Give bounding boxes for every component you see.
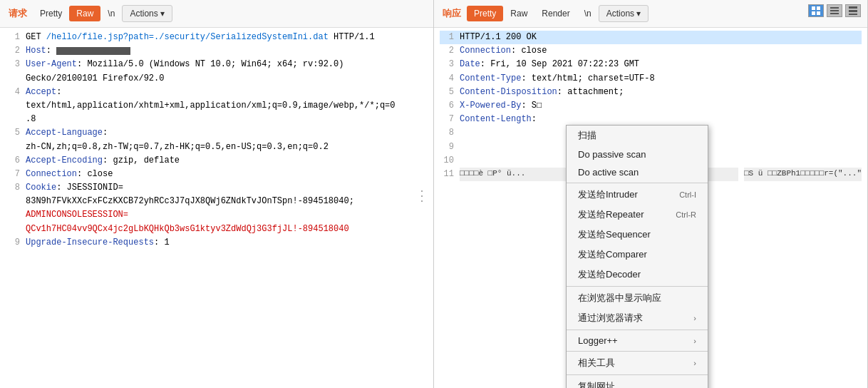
request-line-4c: .8 [6,113,428,126]
tab-request-newline[interactable]: \n [100,6,122,21]
menu-item-active-scan[interactable]: Do active scan [567,163,708,181]
tab-response-newline[interactable]: \n [577,6,599,21]
request-line-5: 5 Accept-Language: [6,126,428,140]
request-line-5b: zh-CN,zh;q=0.8,zh-TW;q=0.7,zh-HK;q=0.5,e… [6,141,428,154]
response-panel-header: 响应 Pretty Raw Render \n Actions ▾ [434,0,867,28]
request-line-7: 7 Connection: close [6,168,428,181]
request-line-8c: ADMINCONSOLESESSION= [6,208,428,222]
tab-request-pretty[interactable]: Pretty [33,6,69,21]
menu-item-browser-request[interactable]: 通过浏览器请求 › [567,308,708,328]
context-menu: 扫描 Do passive scan Do active scan 发送给Int… [566,125,708,388]
menu-item-send-decoder[interactable]: 发送给Decoder [567,265,708,285]
svg-rect-1 [817,6,820,10]
menu-item-copy-url[interactable]: 复制网址 [567,377,708,388]
svg-rect-0 [812,6,815,10]
request-line-6: 6 Accept-Encoding: gzip, deflate [6,154,428,168]
menu-item-related-tools[interactable]: 相关工具 › [567,353,708,373]
request-panel: 请求 Pretty Raw \n Actions ▾ 1 GET /hello/… [0,0,434,388]
request-line-9: 9 Upgrade-Insecure-Requests: 1 [6,236,428,250]
svg-rect-7 [849,6,857,9]
menu-item-send-comparer[interactable]: 发送给Comparer [567,245,708,265]
response-line-4: 4 Content-Type: text/html; charset=UTF-8 [440,72,862,86]
request-line-8: 8 Cookie: JSESSIONID= [6,181,428,195]
menu-divider-2 [567,286,708,287]
request-line-4b: text/html,application/xhtml+xml,applicat… [6,99,428,113]
svg-rect-8 [849,10,857,12]
tab-response-raw[interactable]: Raw [503,6,534,21]
main-panels: 请求 Pretty Raw \n Actions ▾ 1 GET /hello/… [0,0,868,388]
menu-item-send-sequencer[interactable]: 发送给Sequencer [567,225,708,245]
request-panel-header: 请求 Pretty Raw \n Actions ▾ [0,0,433,28]
menu-divider-4 [567,351,708,352]
svg-rect-5 [830,10,839,11]
svg-rect-4 [830,7,839,9]
menu-item-logger[interactable]: Logger++ › [567,332,708,349]
response-line-6: 6 X-Powered-By: S□ [440,99,862,113]
response-title: 响应 [440,3,467,24]
tab-request-raw[interactable]: Raw [69,6,100,21]
svg-rect-9 [849,14,857,15]
menu-divider-1 [567,183,708,183]
request-line-3b: Gecko/20100101 Firefox/92.0 [6,72,428,86]
scroll-dots: ⋮ [415,185,429,208]
request-actions-btn[interactable]: Actions ▾ [122,5,172,22]
menu-item-send-intruder[interactable]: 发送给Intruder Ctrl-I [567,185,708,205]
response-line-5: 5 Content-Disposition: attachment; [440,86,862,99]
request-line-1: 1 GET /hello/file.jsp?path=./security/Se… [6,31,428,44]
response-line-3: 3 Date: Fri, 10 Sep 2021 07:22:23 GMT [440,58,862,71]
menu-divider-5 [567,374,708,375]
response-actions-btn[interactable]: Actions ▾ [599,5,649,22]
request-title: 请求 [6,3,33,24]
menu-item-scan[interactable]: 扫描 [567,126,708,146]
request-line-3: 3 User-Agent: Mozilla/5.0 (Windows NT 10… [6,58,428,71]
request-content: 1 GET /hello/file.jsp?path=./security/Se… [0,28,433,388]
svg-rect-3 [817,11,820,15]
svg-rect-6 [830,13,839,14]
grid-view-btn[interactable] [808,4,824,17]
menu-divider-3 [567,330,708,330]
menu-item-passive-scan[interactable]: Do passive scan [567,146,708,163]
menu-item-send-repeater[interactable]: 发送给Repeater Ctrl-R [567,205,708,225]
response-panel: 响应 Pretty Raw Render \n Actions ▾ 1 HTTP… [434,0,868,388]
request-line-2: 2 Host: ▪ ▪ ▪ ▪ ▪ ▪ ▪ [6,44,428,58]
request-line-8d: QCv1h7HC04vv9QCx4jc2gLbKQHkQb3wsG1ktyv3Z… [6,223,428,236]
tab-response-pretty[interactable]: Pretty [467,6,503,21]
response-line-1: 1 HTTP/1.1 200 OK [440,31,862,44]
binary-extra: □S ü □□ZBPh1□□□□□r=("..." [744,168,862,181]
response-line-2: 2 Connection: close [440,44,862,58]
view-controls [808,4,861,17]
request-line-8b: 83N9h7FVkXXcFxFCzKXCB72yhRCc3J7qJX8QWj6Z… [6,195,428,208]
list-view-btn[interactable] [827,4,842,17]
tab-response-render[interactable]: Render [534,6,577,21]
detail-view-btn[interactable] [845,4,861,17]
svg-rect-2 [812,11,815,15]
request-line-4: 4 Accept: [6,86,428,99]
menu-item-show-response[interactable]: 在浏览器中显示响应 [567,288,708,308]
